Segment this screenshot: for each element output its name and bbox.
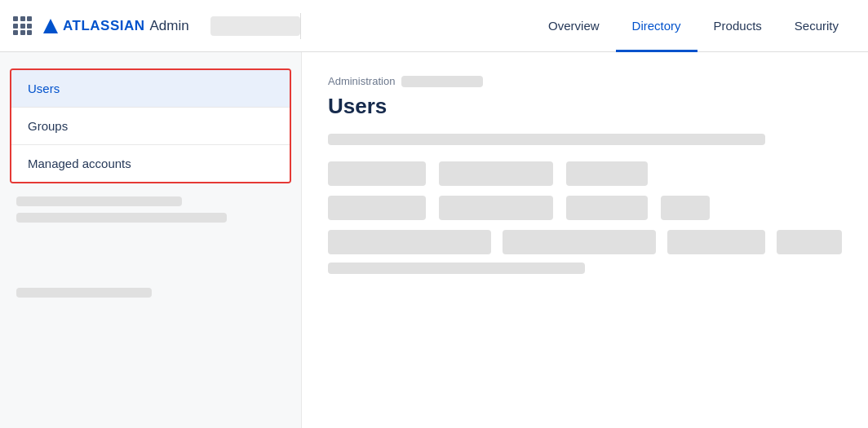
sidebar-nav-section: Users Groups Managed accounts (10, 68, 291, 183)
skeleton-cell (328, 161, 426, 186)
sidebar-skeleton-2 (16, 213, 227, 223)
skeleton-cell (566, 161, 648, 186)
breadcrumb-label: Administration (328, 75, 395, 87)
sidebar-skeleton-1 (16, 196, 182, 206)
atlassian-logo: ATLASSIAN Admin (43, 18, 189, 34)
org-name-pill (210, 16, 300, 36)
skeleton-table-row-2 (328, 230, 842, 254)
nav-item-products[interactable]: Products (698, 1, 778, 52)
nav-separator (300, 13, 301, 39)
sidebar: Users Groups Managed accounts (0, 52, 302, 428)
skeleton-bottom-bar (328, 263, 585, 274)
sidebar-item-groups[interactable]: Groups (11, 108, 290, 145)
skeleton-table-row-1 (328, 196, 842, 220)
skeleton-cell (566, 196, 648, 220)
header-left: ATLASSIAN Admin (13, 16, 300, 36)
atlassian-wordmark: ATLASSIAN (63, 18, 145, 34)
skeleton-cell (667, 230, 765, 254)
admin-label: Admin (150, 18, 189, 34)
breadcrumb: Administration (328, 75, 842, 87)
app-header: ATLASSIAN Admin Overview Directory Produ… (0, 0, 868, 52)
skeleton-cell (503, 230, 656, 254)
skeleton-cell (439, 161, 553, 186)
skeleton-cell (439, 196, 553, 220)
skeleton-filter-row (328, 161, 842, 186)
skeleton-cell (777, 230, 842, 254)
skeleton-cell (328, 230, 491, 254)
breadcrumb-org-pill (401, 76, 483, 87)
nav-item-overview[interactable]: Overview (532, 1, 616, 52)
app-switcher-icon[interactable] (13, 16, 32, 35)
skeleton-cell (661, 196, 710, 220)
nav-item-security[interactable]: Security (778, 1, 855, 52)
sidebar-item-users[interactable]: Users (11, 70, 290, 108)
skeleton-cell (328, 196, 426, 220)
page-title: Users (328, 94, 842, 119)
sidebar-skeleton-3 (16, 288, 152, 298)
skeleton-search-row (328, 134, 765, 145)
page-layout: Users Groups Managed accounts Administra… (0, 52, 868, 428)
top-nav: Overview Directory Products Security (532, 0, 855, 51)
sidebar-item-managed-accounts[interactable]: Managed accounts (11, 145, 290, 182)
nav-item-directory[interactable]: Directory (616, 1, 698, 52)
logo-triangle-icon (43, 19, 58, 33)
main-content: Administration Users (302, 52, 868, 428)
